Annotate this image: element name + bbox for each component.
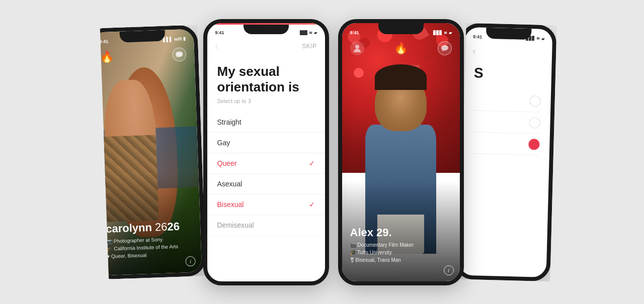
option-demisexual[interactable]: Demisexual [207, 215, 325, 236]
option-straight[interactable]: Straight [207, 112, 325, 133]
phone-3-profile: 9:41 ▊▊▊ ≋ ▰ [338, 19, 464, 285]
man-hair [375, 64, 427, 90]
option-queer[interactable]: Queer ✓ [207, 153, 325, 174]
phone-1-notch [119, 30, 165, 42]
phone-1-header: 🔥 [91, 43, 194, 68]
orientation-subtitle: Select up to 3 [207, 98, 325, 112]
signal-icon-2: ▊▊▊ [300, 31, 307, 35]
orientation-nav: ‹ SKIP [207, 37, 325, 56]
option-queer-check: ✓ [309, 159, 315, 167]
tinder-flame-icon: 🔥 [99, 50, 113, 64]
option-bisexual-label: Bisexual [217, 200, 244, 209]
back-button-4[interactable]: ‹ [472, 45, 475, 57]
profile-info-icon-1[interactable]: i [185, 256, 196, 266]
orientation-options-list: Straight Gay Queer ✓ Asexual Bisexual ✓ [207, 112, 325, 236]
tinder-flame-icon-3: 🔥 [394, 42, 408, 55]
phone-4-options [461, 84, 551, 160]
wifi-icon-3: ≋ [444, 31, 447, 35]
wifi-icon: wifi [174, 36, 182, 42]
phone-4-notch [486, 27, 531, 39]
option-bisexual-check: ✓ [309, 200, 315, 209]
option-asexual[interactable]: Asexual [207, 174, 325, 194]
option-demisexual-label: Demisexual [217, 221, 254, 229]
phone-3-status-icons: ▊▊▊ ≋ ▰ [433, 31, 452, 35]
phone-2-status-icons: ▊▊▊ ≋ ▰ [300, 31, 317, 35]
phone-2-time: 9:41 [215, 30, 224, 35]
phone-4-option-3[interactable] [471, 132, 539, 155]
option-asexual-label: Asexual [217, 180, 243, 188]
option-straight-label: Straight [217, 118, 242, 126]
profile-info-1: carolynn 2626 📷 Photographer at Sony 🎓 C… [105, 219, 193, 260]
progress-bar [207, 23, 325, 25]
option-bisexual[interactable]: Bisexual ✓ [207, 194, 325, 215]
profile-info-3: Alex 29. 🎬 Documentary Film Maker 🎓 Tuft… [350, 226, 452, 264]
phone-3-notch [378, 23, 424, 34]
battery-icon: ▮ [183, 36, 185, 41]
profile-detail-3: 🎬 Documentary Film Maker 🎓 Tufts Univers… [350, 241, 452, 264]
phone-2-orientation: 9:41 ▊▊▊ ≋ ▰ ‹ SKIP My sexual orientatio… [203, 19, 329, 285]
person-icon-3[interactable] [350, 41, 364, 55]
messages-icon-3[interactable] [438, 41, 452, 55]
phone-4-options: 9:41 ▊▊▊ ≋ ▰ ‹ S [459, 23, 556, 281]
messages-icon[interactable] [172, 47, 186, 62]
phone-4-time: 9:41 [472, 34, 481, 39]
profile-info-icon-3[interactable]: i [444, 265, 454, 275]
profile-detail-1: 📷 Photographer at Sony 🎓 California Inst… [106, 234, 193, 260]
profile-name-1: carolynn 2626 [105, 219, 192, 235]
phone-1-time: 9:41 [99, 39, 108, 44]
profile-name-3: Alex 29. [350, 226, 452, 239]
wifi-icon-2: ≋ [309, 31, 312, 35]
phone-2-notch [244, 23, 289, 34]
back-button[interactable]: ‹ [215, 41, 218, 52]
wifi-icon-4: ≋ [536, 36, 539, 41]
battery-icon-3: ▰ [449, 31, 452, 35]
phone-4-radio-1[interactable] [529, 95, 541, 107]
signal-icon-3: ▊▊▊ [433, 31, 442, 35]
phone-4-radio-2[interactable] [529, 117, 540, 129]
phone-1-status-icons: ▌▌▌ wifi ▮ [163, 36, 185, 42]
phone-4-option-2[interactable] [472, 111, 540, 134]
option-gay[interactable]: Gay [207, 133, 325, 153]
phone-1-profile: 9:41 ▌▌▌ wifi ▮ 🔥 [87, 25, 206, 279]
phone-3-time: 9:41 [350, 30, 359, 35]
option-gay-label: Gay [217, 139, 230, 147]
flower-petal-8 [354, 68, 364, 78]
phone-4-title: S [463, 60, 551, 87]
phone-4-radio-3[interactable] [528, 139, 540, 150]
orientation-title: My sexual orientation is [207, 56, 325, 98]
svg-point-0 [355, 45, 359, 49]
battery-icon-4: ▰ [541, 36, 544, 41]
phone-3-header: 🔥 [342, 37, 460, 59]
phone-4-option-1[interactable] [473, 89, 541, 112]
option-queer-label: Queer [217, 159, 237, 167]
skip-button[interactable]: SKIP [302, 43, 316, 50]
battery-icon-2: ▰ [314, 31, 317, 35]
signal-icon: ▌▌▌ [163, 37, 172, 42]
